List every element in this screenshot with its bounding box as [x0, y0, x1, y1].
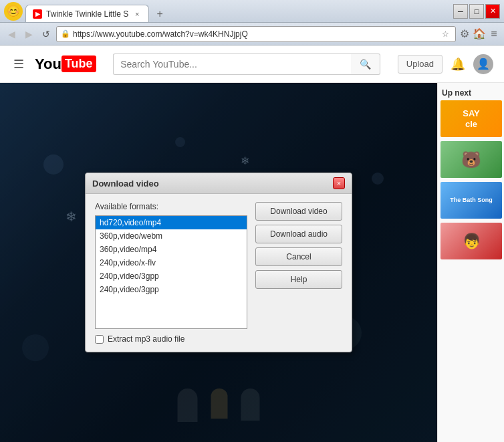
- close-window-button[interactable]: ✕: [485, 4, 500, 19]
- menu-icon[interactable]: ≡: [488, 28, 500, 40]
- help-button[interactable]: Help: [255, 270, 342, 289]
- lock-icon: 🔒: [61, 29, 70, 38]
- extract-mp3-checkbox[interactable]: [95, 335, 104, 344]
- url-actions: ☆: [439, 28, 451, 40]
- upload-button[interactable]: Upload: [398, 55, 443, 74]
- tab-bar: ▶ Twinkle Twinkle Little S × +: [25, 0, 453, 22]
- download-audio-button[interactable]: Download audio: [255, 225, 342, 243]
- dialog-overlay: Download video × Available formats: hd72…: [0, 83, 437, 442]
- url-text: https://www.youtube.com/watch?v=wk4KHNJj…: [73, 29, 436, 39]
- dialog-left-panel: Available formats: hd720,video/mp4 360p,…: [95, 202, 247, 344]
- address-bar: ◀ ▶ ↺ 🔒 https://www.youtube.com/watch?v=…: [0, 23, 504, 45]
- sidebar-thumb-3[interactable]: The Bath Song: [440, 182, 502, 219]
- sidebar-thumb-1[interactable]: SAYcle: [440, 100, 502, 137]
- format-item-4[interactable]: 240p,video/3gpp: [96, 269, 247, 283]
- search-bar: 🔍: [113, 53, 380, 75]
- dialog-body: Available formats: hd720,video/mp4 360p,…: [86, 194, 352, 352]
- search-button[interactable]: 🔍: [351, 53, 380, 75]
- cancel-button[interactable]: Cancel: [255, 247, 342, 266]
- minimize-button[interactable]: ─: [453, 4, 468, 19]
- user-avatar[interactable]: 👤: [473, 54, 493, 74]
- sidebar: Up next SAYcle 🐻 The Bath Song 👦: [437, 83, 504, 442]
- yt-menu-button[interactable]: ☰: [11, 54, 27, 74]
- browser-titlebar: 😊 ▶ Twinkle Twinkle Little S × + ─ □ ✕: [0, 0, 504, 23]
- dialog-titlebar: Download video ×: [86, 173, 352, 194]
- format-item-2[interactable]: 360p,video/mp4: [96, 243, 247, 256]
- say-cle-text: SAYcle: [463, 108, 480, 129]
- up-next-label: Up next: [440, 86, 501, 100]
- dialog-close-button[interactable]: ×: [333, 177, 345, 189]
- video-container: ❄ ❄ ❄ ❄ ❄ Download video × Availabl: [0, 83, 437, 442]
- home-icon[interactable]: 🏠: [473, 28, 485, 40]
- maximize-button[interactable]: □: [469, 4, 484, 19]
- formats-listbox[interactable]: hd720,video/mp4 360p,video/webm 360p,vid…: [95, 215, 247, 329]
- bookmark-icon[interactable]: ☆: [439, 28, 451, 40]
- dialog-title: Download video: [92, 179, 159, 189]
- tab-title: Twinkle Twinkle Little S: [46, 9, 128, 19]
- format-item-3[interactable]: 240p,video/x-flv: [96, 256, 247, 269]
- format-item-0[interactable]: hd720,video/mp4: [96, 216, 247, 229]
- dialog-right-panel: Download video Download audio Cancel Hel…: [255, 202, 342, 344]
- tab-favicon: ▶: [33, 9, 42, 19]
- youtube-header: ☰ You Tube 🔍 Upload 🔔 👤: [0, 45, 504, 83]
- main-content: ❄ ❄ ❄ ❄ ❄ Download video × Availabl: [0, 83, 504, 442]
- new-tab-button[interactable]: +: [152, 6, 168, 22]
- extract-mp3-label: Extract mp3 audio file: [108, 334, 184, 344]
- youtube-logo[interactable]: You Tube: [35, 56, 96, 73]
- download-dialog: Download video × Available formats: hd72…: [85, 173, 352, 352]
- youtube-logo-you: You: [35, 56, 61, 73]
- forward-button[interactable]: ▶: [21, 27, 36, 41]
- extensions-icon[interactable]: ⚙: [459, 28, 471, 40]
- format-item-1[interactable]: 360p,video/webm: [96, 229, 247, 243]
- back-button[interactable]: ◀: [4, 27, 19, 41]
- youtube-logo-tube: Tube: [61, 56, 96, 72]
- search-input[interactable]: [113, 53, 351, 75]
- download-video-button[interactable]: Download video: [255, 202, 342, 221]
- window-controls: ─ □ ✕: [453, 4, 500, 19]
- tab-close-button[interactable]: ×: [132, 9, 142, 19]
- extract-mp3-row: Extract mp3 audio file: [95, 334, 247, 344]
- browser-tab[interactable]: ▶ Twinkle Twinkle Little S ×: [25, 5, 149, 22]
- formats-label: Available formats:: [95, 202, 247, 211]
- sidebar-thumb-2[interactable]: 🐻: [440, 141, 502, 178]
- sidebar-thumb-4[interactable]: 👦: [440, 223, 502, 259]
- refresh-button[interactable]: ↺: [39, 27, 53, 41]
- browser-favicon: 😊: [4, 2, 23, 21]
- url-bar[interactable]: 🔒 https://www.youtube.com/watch?v=wk4KHN…: [56, 26, 456, 42]
- format-item-5[interactable]: 240p,video/3gpp: [96, 283, 247, 296]
- notification-bell-icon[interactable]: 🔔: [451, 57, 465, 72]
